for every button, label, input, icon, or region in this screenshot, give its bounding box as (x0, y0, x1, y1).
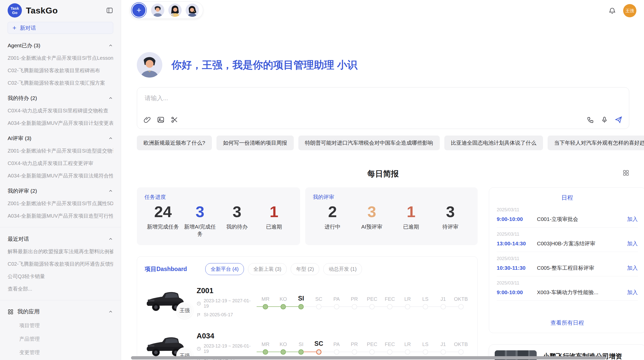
chat-composer[interactable]: 请输入... (137, 87, 629, 129)
schedule-time: 10:30-11:30 (497, 265, 537, 271)
chevron-up-icon[interactable] (108, 136, 113, 141)
sidebar-task-item[interactable]: Z001-全新燃油轻卡产品开发项目SI节点属性5D文件评审 (8, 200, 113, 207)
suggestion-chip[interactable]: 特朗普可能对进口汽车增税会对中国车企造成哪些影响 (298, 136, 440, 150)
phone-call-icon[interactable] (587, 116, 594, 124)
section-header[interactable]: AI评审 (3) (8, 135, 113, 142)
join-meeting-link[interactable]: 加入 (627, 289, 638, 296)
milestone-label: PR (351, 339, 358, 347)
sidebar-section: 我的评审 (2) Z001-全新燃油轻卡产品开发项目SI节点属性5D文件评审A0… (8, 187, 113, 219)
project-note-text: SI-2025-05-17 (204, 312, 233, 318)
milestone-pa: PA (328, 339, 345, 355)
join-meeting-link[interactable]: 加入 (627, 240, 638, 247)
milestone-sc: SC (310, 339, 328, 355)
timeline-segment (268, 306, 274, 307)
project-vehicle-image: 王强 (145, 287, 185, 317)
suggestion-chip[interactable]: 欧洲新规最近颁布了什么? (137, 136, 212, 150)
chevron-up-icon[interactable] (108, 188, 113, 193)
section-header[interactable]: Agent已办 (3) (8, 42, 113, 49)
scissors-icon[interactable] (171, 116, 178, 124)
stat-label: 进行中 (313, 223, 352, 230)
sidebar-task-item[interactable]: A034-全新新能源MUV产品开发项目法规符合性评审 (8, 172, 113, 179)
agent-avatar-1[interactable] (151, 4, 164, 17)
milestone-node (441, 349, 446, 355)
sidebar-task-item[interactable]: C0X4-动力总成开发项目工程变更评审 (8, 160, 113, 167)
collapse-sidebar-icon[interactable] (106, 7, 113, 14)
view-all-schedule-link[interactable]: 查看所有日程 (497, 315, 638, 328)
my-apps-item[interactable]: 变更管理 (19, 349, 113, 356)
logo-line2: Go (12, 10, 18, 15)
sidebar-task-item[interactable]: Z001-全新燃油轻卡产品开发项目SI造型提交物评审 (8, 147, 113, 154)
milestone-label: PA (333, 339, 340, 347)
new-chat-button[interactable]: + 新对话 (8, 22, 113, 34)
plus-icon: + (12, 24, 16, 31)
section-header[interactable]: 我的评审 (2) (8, 187, 113, 194)
sidebar-task-item[interactable]: C02-飞腾新能源轻客改款项目的闭环通告反馈情况 (8, 261, 113, 267)
timeline-segment (363, 306, 369, 307)
suggestion-chip[interactable]: 如何写一份清晰的项目周报 (216, 136, 294, 150)
sidebar-task-item[interactable]: 解释最新出台的欧盟报废车法规再生塑料比例被调至15%... (8, 248, 113, 255)
dashboard-tab[interactable]: 全新上装 (3) (248, 263, 287, 275)
agent-avatar-2[interactable] (168, 4, 182, 17)
schedule-time: 9:00-10:00 (497, 216, 537, 222)
sidebar-task-item[interactable]: A034-全新新能源MUV产品开发项目计划变更表编写 (8, 120, 113, 127)
chat-input[interactable]: 请输入... (145, 94, 621, 102)
join-meeting-link[interactable]: 加入 (627, 216, 638, 223)
microphone-icon[interactable] (601, 116, 608, 124)
timeline-segment (375, 352, 381, 352)
stat: 1 已逾期 (391, 203, 431, 230)
milestone-label: KO (280, 294, 287, 302)
chevron-up-icon[interactable] (108, 236, 113, 242)
notification-bell-icon[interactable] (608, 7, 616, 14)
timeline-segment (452, 352, 458, 352)
sidebar-task-item[interactable]: 查看全部... (8, 286, 113, 292)
my-apps-item[interactable]: 产品管理 (19, 336, 113, 342)
milestone-node (334, 304, 339, 309)
sidebar-section: 最近对话 解释最新出台的欧盟报废车法规再生塑料比例被调至15%...C02-飞腾… (8, 235, 113, 292)
sidebar-task-item[interactable]: C0X4-动力总成开发项目SI里程碑提交物检查 (8, 107, 113, 114)
milestone-node (441, 304, 446, 309)
dashboard-tab[interactable]: 年型 (2) (291, 263, 319, 275)
join-meeting-link[interactable]: 加入 (627, 264, 638, 272)
sidebar-task-item[interactable]: 公司Q3轻卡销量 (8, 273, 113, 280)
briefing-layout-icon[interactable] (623, 170, 629, 176)
dashboard-tab[interactable]: 全新平台 (4) (205, 263, 244, 275)
milestone-node (405, 349, 410, 355)
send-icon[interactable] (615, 116, 622, 124)
sidebar-task-item[interactable]: A034-全新新能源MUV产品开发项目造型可行性评审 (8, 213, 113, 219)
sidebar-task-item[interactable]: C02-飞腾新能源轻客改款项目里程碑画布 (8, 67, 113, 74)
milestone-label: PEC (367, 339, 377, 347)
flag-icon (197, 313, 201, 317)
section-header[interactable]: 我的待办 (2) (8, 95, 113, 102)
timeline-segment (339, 352, 345, 352)
section-title: Agent已办 (3) (8, 42, 40, 49)
stat-label: 新增完成任务 (144, 223, 182, 230)
user-avatar[interactable]: 王强 (623, 4, 636, 17)
logo-line1: Task (10, 6, 19, 10)
image-upload-icon[interactable] (157, 116, 165, 124)
composer-left-tools (144, 116, 178, 124)
suggestion-chip[interactable]: 当下年轻人对汽车外观有怎样的喜好趋势 (548, 136, 644, 150)
project-dates: 2023-12-19 ~ 2027-01-19 (197, 298, 255, 309)
project-row[interactable]: 王强 A034 2023-12-19 ~ 2026-01-19 SC-2025-… (145, 329, 470, 360)
milestone-node (281, 349, 286, 355)
dashboard-title: 项目Dashboard (145, 265, 187, 273)
project-row[interactable]: 王强 Z001 2023-12-19 ~ 2027-01-19 SI-2025-… (145, 284, 470, 320)
sidebar-task-item[interactable]: Z001-全新燃油皮卡产品开发项目SI节点Lesson Learn报告 (8, 55, 113, 62)
attachment-icon[interactable] (144, 116, 151, 123)
my-apps-item[interactable]: 项目管理 (19, 322, 113, 329)
chevron-up-icon[interactable] (108, 309, 113, 314)
chevron-up-icon[interactable] (108, 43, 113, 48)
chevron-up-icon[interactable] (108, 96, 113, 101)
agent-avatar-3[interactable] (186, 4, 199, 17)
section-header[interactable]: 最近对话 (8, 235, 113, 243)
horizontal-scrollbar[interactable] (131, 356, 606, 359)
dashboard-tab[interactable]: 动总开发 (1) (323, 263, 362, 275)
clock-icon (197, 347, 201, 351)
sidebar-item-my-apps[interactable]: 我的应用 (8, 308, 113, 316)
timeline-segment (416, 352, 422, 352)
timeline-segment (381, 306, 387, 307)
suggestion-chip[interactable]: 比亚迪全固态电池计划具体说了什么 (444, 136, 543, 150)
add-agent-button[interactable]: + (132, 4, 145, 17)
schedule-date: 2025/03/11 (497, 280, 638, 286)
sidebar-task-item[interactable]: C02-飞腾新能源轻客改款项目立项汇报方案 (8, 80, 113, 86)
